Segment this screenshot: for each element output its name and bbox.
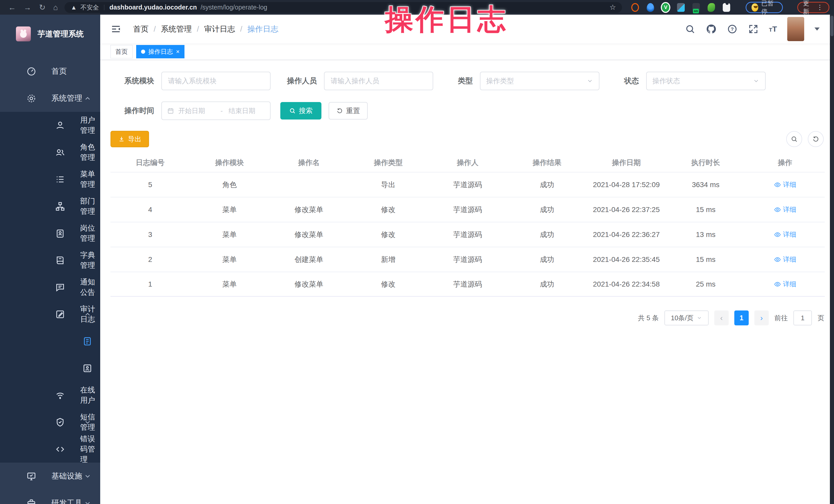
sidebar-collapse-icon[interactable] <box>110 24 121 35</box>
col-result: 操作结果 <box>507 158 587 168</box>
app-logo[interactable]: 芋道管理系统 <box>0 15 100 53</box>
refresh-table-button[interactable] <box>808 131 824 147</box>
detail-link[interactable]: 详细 <box>774 205 796 214</box>
table-row: 1 菜单 修改菜单 修改 芋道源码 成功 2021-04-26 22:34:58… <box>110 272 825 297</box>
org-tree-icon <box>54 201 66 212</box>
window-scrollbar[interactable] <box>830 15 834 504</box>
breadcrumb-system[interactable]: 系统管理 <box>161 24 192 35</box>
bookmark-star-icon[interactable]: ☆ <box>610 3 616 12</box>
operator-input[interactable] <box>324 72 433 90</box>
reload-icon[interactable]: ↻ <box>39 4 45 11</box>
sidebar-item-dict-management[interactable]: 字典管理 <box>0 247 100 274</box>
chevron-down-icon <box>84 473 91 480</box>
sidebar-item-infrastructure[interactable]: 基础设施 <box>0 463 100 489</box>
operator-label: 操作人员 <box>287 76 317 86</box>
detail-link[interactable]: 详细 <box>774 230 796 239</box>
end-date-placeholder[interactable]: 结束日期 <box>229 106 265 115</box>
fullscreen-icon[interactable] <box>748 24 759 35</box>
scrollbar-thumb[interactable] <box>830 16 833 36</box>
start-date-placeholder[interactable]: 开始日期 <box>178 106 215 115</box>
sidebar-item-home[interactable]: 首页 <box>0 58 100 85</box>
dev-tools-icon <box>26 498 37 504</box>
chevron-down-icon <box>697 315 702 321</box>
app-header: 首页 / 系统管理 / 审计日志 / 操作日志 ? <box>100 15 834 43</box>
detail-link[interactable]: 详细 <box>774 255 796 264</box>
sidebar-item-user-management[interactable]: 用户管理 <box>0 112 100 139</box>
sidebar-item-error-code-management[interactable]: 错误码管理 <box>0 436 100 463</box>
sidebar-item-role-management[interactable]: 角色管理 <box>0 139 100 166</box>
sidebar-item-department-management[interactable]: 部门管理 <box>0 193 100 220</box>
close-icon[interactable]: × <box>176 48 180 55</box>
caret-down-icon[interactable] <box>814 27 819 30</box>
profile-paused-button[interactable]: 已暂停 <box>746 2 783 13</box>
sidebar-item-announcement[interactable]: 通知公告 <box>0 274 100 301</box>
sidebar-item-post-management[interactable]: 岗位管理 <box>0 220 100 247</box>
sidebar-item-dev-tools[interactable]: 研发工具 <box>0 489 100 504</box>
active-dot <box>141 50 145 54</box>
status-select[interactable]: 操作状态 <box>646 72 766 90</box>
orange-ring-ext-icon[interactable] <box>631 3 639 12</box>
tag-home[interactable]: 首页 <box>110 45 133 58</box>
green-leaf-ext-icon[interactable] <box>708 3 715 12</box>
avatar[interactable] <box>787 17 804 41</box>
detail-link[interactable]: 详细 <box>774 280 796 289</box>
page-content: 系统模块 操作人员 类型 操作类型 状态 操作状态 操作时间 <box>100 60 834 504</box>
header-actions: ? TT <box>685 17 819 41</box>
prev-page-button[interactable]: ‹ <box>714 310 729 325</box>
date-range-picker[interactable]: 开始日期 - 结束日期 <box>161 102 270 120</box>
home-icon[interactable]: ⌂ <box>53 4 58 11</box>
current-page-button[interactable]: 1 <box>734 310 749 325</box>
sidebar-item-audit-log[interactable]: 审计日志 <box>0 301 100 328</box>
gear-icon <box>26 93 37 104</box>
page-size-select[interactable]: 10条/页 <box>664 310 709 325</box>
browser-nav-buttons: ← → ↻ ⌂ <box>8 4 58 11</box>
menu-list-icon <box>54 174 66 185</box>
search-icon <box>791 135 798 143</box>
users-icon <box>54 147 66 158</box>
pagination: 共 5 条 10条/页 ‹ 1 › 前往 页 <box>110 310 825 325</box>
breadcrumb-audit-log[interactable]: 审计日志 <box>204 24 235 35</box>
sidebar-item-login-log[interactable]: 登录日志 <box>0 355 100 382</box>
address-bar[interactable]: ▲ 不安全 dashboard.yudao.iocoder.cn /system… <box>65 2 622 13</box>
duo-tone-ext-icon[interactable] <box>677 3 684 12</box>
puzzle-ext-icon[interactable] <box>723 3 730 12</box>
infrastructure-icon <box>26 470 37 482</box>
github-icon[interactable] <box>706 24 717 35</box>
online-users-icon <box>54 390 66 401</box>
breadcrumb-home[interactable]: 首页 <box>133 24 149 35</box>
eye-icon <box>774 181 781 189</box>
back-icon[interactable]: ← <box>8 4 16 11</box>
sidebar-item-menu-management[interactable]: 菜单管理 <box>0 166 100 193</box>
operate-log-table: 日志编号 操作模块 操作名 操作类型 操作人 操作结果 操作日期 执行时长 操作… <box>110 153 825 297</box>
search-button[interactable]: 搜索 <box>280 102 322 119</box>
module-input[interactable] <box>161 72 270 90</box>
table-row: 2 菜单 创建菜单 新增 芋道源码 成功 2021-04-26 22:35:45… <box>110 247 825 272</box>
filter-row-1: 系统模块 操作人员 类型 操作类型 状态 操作状态 <box>110 72 825 90</box>
font-size-icon[interactable]: TT <box>769 25 777 34</box>
green-v-ext-icon[interactable]: V <box>662 3 669 12</box>
blue-pin-ext-icon[interactable] <box>647 3 654 12</box>
show-search-button[interactable] <box>786 131 802 147</box>
detail-link[interactable]: 详细 <box>774 180 796 189</box>
main-area: 首页 / 系统管理 / 审计日志 / 操作日志 ? <box>100 15 834 504</box>
update-browser-button[interactable]: 更新 ⋮ <box>797 2 829 13</box>
export-button[interactable]: 导出 <box>110 131 149 147</box>
sidebar-item-sms-management[interactable]: 短信管理 <box>0 409 100 436</box>
paused-label: 已暂停 <box>761 0 777 16</box>
sidebar-item-system-management[interactable]: 系统管理 <box>0 85 100 112</box>
dark-on-ext-icon[interactable]: on <box>693 3 700 12</box>
table-tools <box>786 131 824 147</box>
type-select[interactable]: 操作类型 <box>480 72 599 90</box>
search-icon[interactable] <box>685 24 696 35</box>
goto-page-input[interactable] <box>793 310 812 325</box>
chevron-up-icon <box>84 310 91 318</box>
tag-operate-log[interactable]: 操作日志 × <box>136 45 184 58</box>
eye-icon <box>774 231 781 238</box>
sidebar-item-online-users[interactable]: 在线用户 <box>0 382 100 409</box>
browser-menu-icon[interactable]: ⋮ <box>816 3 824 11</box>
next-page-button[interactable]: › <box>754 310 769 325</box>
help-icon[interactable]: ? <box>727 24 738 35</box>
sidebar-item-operate-log[interactable]: 操作日志 <box>0 328 100 355</box>
forward-icon[interactable]: → <box>24 4 31 11</box>
reset-button[interactable]: 重置 <box>329 102 368 119</box>
